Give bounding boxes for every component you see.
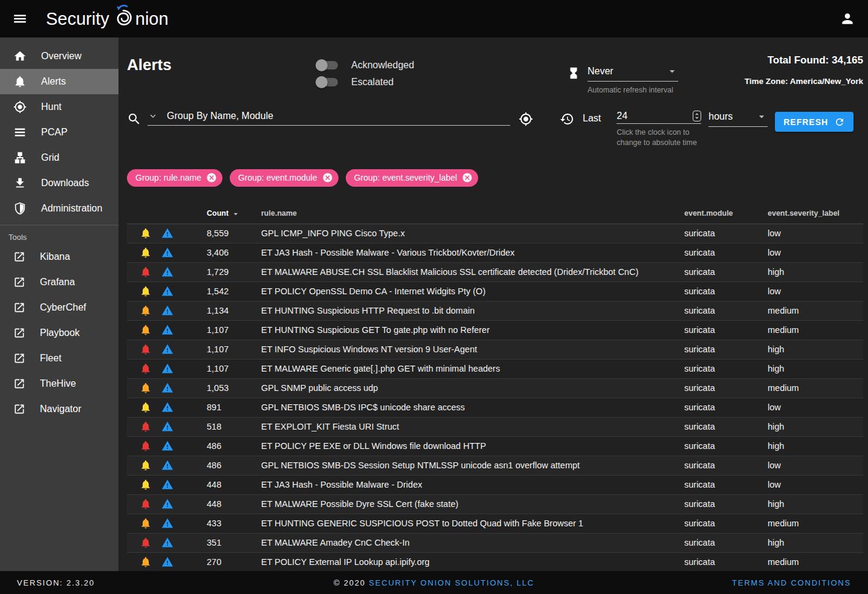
sidebar-tool-item[interactable]: TheHive xyxy=(0,371,118,396)
table-row[interactable]: 448 ET JA3 Hash - Possible Malware - Dri… xyxy=(127,476,863,495)
sidebar-item[interactable]: PCAP xyxy=(0,120,118,145)
toggle[interactable]: Acknowledged xyxy=(317,57,567,74)
bell-icon[interactable] xyxy=(140,285,152,297)
sidebar-tool-item[interactable]: CyberChef xyxy=(0,295,118,320)
warning-icon[interactable] xyxy=(161,285,173,297)
table-row[interactable]: 1,729 ET MALWARE ABUSE.CH SSL Blacklist … xyxy=(127,263,863,282)
table-row[interactable]: 270 ET POLICY External IP Lookup api.ipi… xyxy=(127,553,863,571)
filter-chip[interactable]: Group: rule.name xyxy=(127,169,222,187)
warning-icon[interactable] xyxy=(161,537,173,549)
bell-icon[interactable] xyxy=(140,421,152,433)
warning-icon[interactable] xyxy=(161,382,173,394)
bell-icon[interactable] xyxy=(140,440,152,452)
remove-filter-icon[interactable] xyxy=(462,172,473,183)
toggle-switch[interactable] xyxy=(317,61,338,69)
warning-icon[interactable] xyxy=(161,498,173,510)
remove-filter-icon[interactable] xyxy=(322,172,333,183)
warning-icon[interactable] xyxy=(161,440,173,452)
warning-icon[interactable] xyxy=(161,459,173,471)
warning-icon[interactable] xyxy=(161,266,173,278)
toggle[interactable]: Escalated xyxy=(317,74,567,91)
column-severity-label[interactable]: event.severity_label xyxy=(768,209,863,218)
warning-icon[interactable] xyxy=(161,363,173,375)
sidebar-item[interactable]: Downloads xyxy=(0,170,118,196)
warning-icon[interactable] xyxy=(161,305,173,317)
bell-icon[interactable] xyxy=(140,227,152,239)
warning-icon[interactable] xyxy=(161,401,173,413)
warning-icon[interactable] xyxy=(161,227,173,239)
query-dropdown-icon[interactable] xyxy=(147,111,158,121)
target-icon[interactable] xyxy=(519,112,533,126)
sidebar-item[interactable]: Grid xyxy=(0,145,118,170)
search-input[interactable]: Group By Name, Module xyxy=(147,111,510,126)
module-cell: suricata xyxy=(684,441,768,451)
warning-icon[interactable] xyxy=(161,421,173,433)
warning-icon[interactable] xyxy=(161,343,173,355)
sidebar-item[interactable]: Administration xyxy=(0,196,118,221)
table-row[interactable]: 1,134 ET HUNTING Suspicious HTTP Request… xyxy=(127,302,863,321)
refresh-interval-select[interactable]: Never xyxy=(588,65,678,82)
external-link-icon xyxy=(13,276,25,288)
filter-chip[interactable]: Group: event.severity_label xyxy=(346,169,478,187)
bell-icon[interactable] xyxy=(140,247,152,259)
stepper-icon[interactable] xyxy=(693,111,701,121)
remove-filter-icon[interactable] xyxy=(206,172,217,183)
table-row[interactable]: 518 ET EXPLOIT_KIT Fiesta URI Struct sur… xyxy=(127,418,863,437)
menu-button[interactable] xyxy=(8,7,31,30)
user-menu-button[interactable] xyxy=(835,7,860,31)
bell-icon[interactable] xyxy=(140,401,152,413)
table-row[interactable]: 1,107 ET HUNTING Suspicious GET To gate.… xyxy=(127,321,863,340)
sidebar-item[interactable]: Overview xyxy=(0,44,118,69)
bell-icon[interactable] xyxy=(140,556,152,568)
table-row[interactable]: 891 GPL NETBIOS SMB-DS IPC$ unicode shar… xyxy=(127,398,863,418)
bell-icon[interactable] xyxy=(140,498,152,510)
table-row[interactable]: 351 ET MALWARE Amadey CnC Check-In suric… xyxy=(127,534,863,553)
filter-chip[interactable]: Group: event.module xyxy=(230,169,338,187)
column-rule-name[interactable]: rule.name xyxy=(261,209,684,218)
column-event-module[interactable]: event.module xyxy=(684,209,768,218)
table-row[interactable]: 486 GPL NETBIOS SMB-DS Session Setup NTM… xyxy=(127,456,863,476)
terms-link[interactable]: TERMS AND CONDITIONS xyxy=(732,578,851,587)
bell-icon[interactable] xyxy=(140,517,152,529)
bell-icon[interactable] xyxy=(140,479,152,491)
table-row[interactable]: 3,406 ET JA3 Hash - Possible Malware - V… xyxy=(127,244,863,263)
table-row[interactable]: 1,542 ET POLICY OpenSSL Demo CA - Intern… xyxy=(127,282,863,302)
table-row[interactable]: 433 ET HUNTING GENERIC SUSPICIOUS POST t… xyxy=(127,514,863,534)
company-link[interactable]: SECURITY ONION SOLUTIONS, LLC xyxy=(369,578,534,587)
warning-icon[interactable] xyxy=(161,247,173,259)
bell-icon[interactable] xyxy=(140,382,152,394)
sidebar-tool-item[interactable]: Grafana xyxy=(0,270,118,295)
sidebar-tool-item[interactable]: Kibana xyxy=(0,244,118,270)
sidebar-item[interactable]: Hunt xyxy=(0,94,118,120)
warning-icon[interactable] xyxy=(161,556,173,568)
time-amount-input[interactable]: 24 xyxy=(617,111,701,124)
table-row[interactable]: 1,107 ET MALWARE Generic gate[.].php GET… xyxy=(127,360,863,379)
table-row[interactable]: 1,107 ET INFO Suspicious Windows NT vers… xyxy=(127,340,863,360)
refresh-button[interactable]: REFRESH xyxy=(775,112,853,132)
toggle-switch[interactable] xyxy=(317,78,338,86)
bell-icon[interactable] xyxy=(140,363,152,375)
table-row[interactable]: 1,053 GPL SNMP public access udp suricat… xyxy=(127,379,863,398)
history-clock-icon[interactable] xyxy=(560,112,574,126)
warning-icon[interactable] xyxy=(161,324,173,336)
table-row[interactable]: 486 ET POLICY PE EXE or DLL Windows file… xyxy=(127,437,863,456)
bell-icon[interactable] xyxy=(140,324,152,336)
sidebar-tool-item[interactable]: Playbook xyxy=(0,320,118,346)
bell-icon[interactable] xyxy=(140,343,152,355)
bell-icon[interactable] xyxy=(140,266,152,278)
sidebar-tool-item[interactable]: Navigator xyxy=(0,396,118,422)
warning-icon[interactable] xyxy=(161,479,173,491)
table-row[interactable]: 448 ET MALWARE Possible Dyre SSL Cert (f… xyxy=(127,495,863,514)
column-count[interactable]: Count xyxy=(197,208,261,219)
bell-icon[interactable] xyxy=(140,459,152,471)
bell-icon[interactable] xyxy=(140,537,152,549)
sidebar-tool-label: Grafana xyxy=(40,277,75,288)
bell-icon[interactable] xyxy=(140,305,152,317)
sidebar-tool-label: TheHive xyxy=(40,378,76,389)
time-unit-select[interactable]: hours xyxy=(708,111,768,127)
warning-icon[interactable] xyxy=(161,517,173,529)
table-row[interactable]: 8,559 GPL ICMP_INFO PING Cisco Type.x su… xyxy=(127,224,863,244)
sidebar-tool-item[interactable]: Fleet xyxy=(0,346,118,371)
sidebar-item[interactable]: Alerts xyxy=(0,69,118,94)
alerts-table: Count rule.name event.module event.sever… xyxy=(127,204,863,571)
